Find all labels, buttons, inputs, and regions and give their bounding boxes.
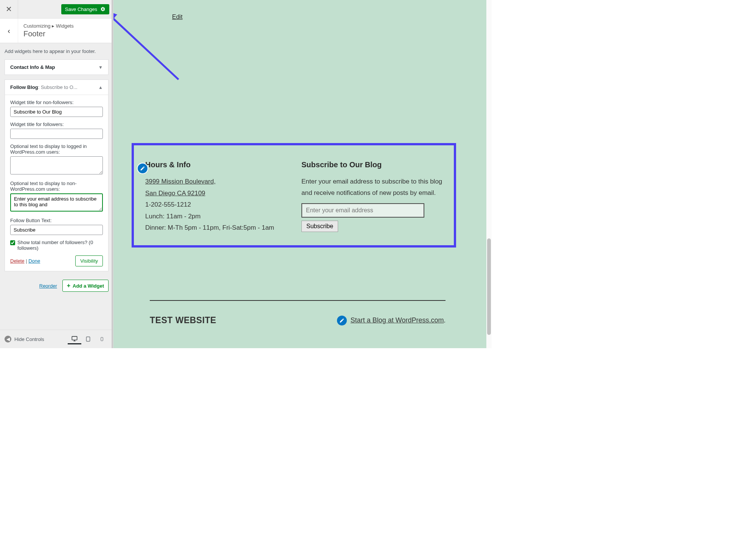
hide-controls-label: Hide Controls	[14, 336, 44, 342]
footer-preview-highlight: Hours & Info 3999 Mission Boulevard, San…	[132, 143, 456, 247]
add-widget-button[interactable]: + Add a Widget	[62, 280, 109, 292]
site-title: TEST WEBSITE	[150, 315, 216, 325]
gear-icon	[100, 6, 106, 12]
breadcrumb-title: Footer	[23, 30, 74, 38]
show-followers-checkbox[interactable]	[10, 240, 15, 245]
svg-rect-3	[86, 337, 90, 341]
svg-rect-0	[72, 336, 77, 340]
widget-footer: Delete | Done Visibility	[10, 255, 103, 266]
logged-in-text-input[interactable]	[10, 156, 103, 174]
nonfollower-title-label: Widget title for non-followers:	[10, 100, 103, 105]
reorder-link[interactable]: Reorder	[39, 283, 57, 289]
subscribe-email-input[interactable]	[301, 203, 424, 218]
visibility-button[interactable]: Visibility	[75, 255, 103, 266]
svg-rect-5	[101, 337, 103, 341]
non-wp-text-input[interactable]: Enter your email address to subscribe to…	[10, 193, 103, 212]
widget-contact-header[interactable]: Contact Info & Map ▼	[5, 60, 108, 75]
breadcrumb: ‹ Customizing ▸ Widgets Footer	[0, 19, 113, 43]
address-line-1[interactable]: 3999 Mission Boulevard,	[145, 178, 216, 185]
nonfollower-title-input[interactable]	[10, 107, 103, 117]
tablet-preview-button[interactable]	[81, 334, 95, 344]
lunch-hours: Lunch: 11am - 2pm	[145, 213, 200, 220]
delete-widget-link[interactable]: Delete	[10, 258, 25, 264]
done-widget-link[interactable]: Done	[28, 258, 40, 264]
save-changes-button[interactable]: Save Changes	[61, 4, 109, 14]
site-footer-bar: TEST WEBSITE Start a Blog at WordPress.c…	[150, 300, 446, 325]
follower-title-label: Widget title for followers:	[10, 121, 103, 127]
subscribe-description: Enter your email address to subscribe to…	[301, 176, 442, 199]
page-scrollbar-track[interactable]	[486, 0, 492, 348]
show-followers-row[interactable]: Show total number of followers? (0 follo…	[10, 240, 103, 251]
sidebar-resize-handle[interactable]	[112, 0, 113, 348]
collapse-arrow-icon: ◀	[5, 336, 11, 342]
hide-controls-button[interactable]: ◀ Hide Controls	[5, 336, 64, 342]
logged-in-text-label: Optional text to display to logged in Wo…	[10, 143, 103, 155]
annotation-arrow	[113, 9, 189, 85]
phone-number: 1-202-555-1212	[145, 201, 191, 208]
wordpress-blog-link[interactable]: Start a Blog at WordPress.com	[351, 316, 444, 324]
subscribe-heading: Subscribe to Our Blog	[301, 160, 442, 169]
follower-title-input[interactable]	[10, 129, 103, 139]
widget-title-wrap: Follow Blog: Subscribe to O...	[10, 84, 78, 90]
dinner-hours: Dinner: M-Th 5pm - 11pm, Fri-Sat:5pm - 1…	[145, 224, 274, 231]
widget-follow-blog: Follow Blog: Subscribe to O... ▲ Widget …	[5, 79, 109, 271]
back-button[interactable]: ‹	[0, 19, 18, 43]
page-scrollbar-thumb[interactable]	[487, 238, 491, 335]
edit-widget-shortcut[interactable]	[137, 163, 148, 174]
widget-follow-header[interactable]: Follow Blog: Subscribe to O... ▲	[5, 80, 108, 95]
subscribe-button[interactable]: Subscribe	[301, 221, 338, 232]
button-text-input[interactable]	[10, 225, 103, 235]
plus-icon: +	[67, 283, 70, 289]
device-preview-toggles	[68, 334, 109, 344]
desktop-preview-button[interactable]	[68, 334, 81, 344]
chevron-down-icon: ▼	[98, 65, 103, 70]
sidebar-footer: Reorder + Add a Widget	[0, 276, 113, 296]
hours-heading: Hours & Info	[145, 160, 286, 169]
pencil-icon[interactable]	[337, 316, 347, 325]
subscribe-widget: Subscribe to Our Blog Enter your email a…	[301, 160, 442, 234]
hours-info-widget: Hours & Info 3999 Mission Boulevard, San…	[145, 160, 286, 234]
controls-bar: ◀ Hide Controls	[0, 330, 113, 348]
show-followers-label: Show total number of followers? (0 follo…	[17, 240, 103, 251]
non-wp-text-label: Optional text to display to non-WordPres…	[10, 181, 103, 192]
help-text: Add widgets here to appear in your foote…	[0, 43, 113, 59]
widget-contact-info: Contact Info & Map ▼	[5, 59, 109, 75]
breadcrumb-path: Customizing ▸ Widgets	[23, 23, 74, 29]
customizer-sidebar: ✕ Save Changes ‹ Customizing ▸ Widgets F…	[0, 0, 113, 348]
button-text-label: Follow Button Text:	[10, 218, 103, 223]
site-preview: Edit Hours & Info 3999 Mission Boulevard…	[113, 0, 492, 348]
sidebar-header: ✕ Save Changes	[0, 0, 113, 19]
mobile-preview-button[interactable]	[95, 334, 109, 344]
widget-follow-body: Widget title for non-followers: Widget t…	[5, 95, 108, 271]
save-label: Save Changes	[65, 6, 97, 12]
edit-shortcut-link[interactable]: Edit	[172, 14, 183, 20]
close-customizer-button[interactable]: ✕	[0, 0, 18, 18]
svg-line-8	[113, 11, 179, 79]
chevron-up-icon: ▲	[98, 85, 103, 90]
address-line-2[interactable]: San Diego CA 92109	[145, 190, 205, 197]
add-widget-label: Add a Widget	[73, 283, 104, 289]
widgets-list: Contact Info & Map ▼ Follow Blog: Subscr…	[0, 59, 113, 276]
widget-title: Contact Info & Map	[10, 64, 55, 70]
